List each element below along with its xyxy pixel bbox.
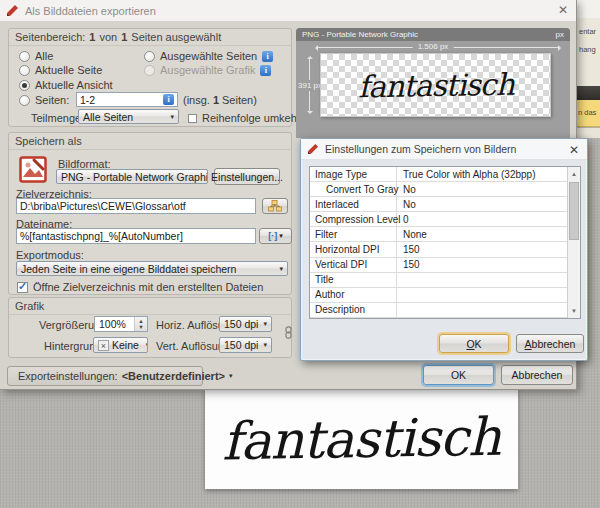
property-value: True Color with Alpha (32bpp) [397,167,580,181]
export-mode-dropdown[interactable]: Jeden Seite in eine eigene Bilddatei spe… [16,261,288,276]
export-mode-label: Exportmodus: [16,249,84,261]
table-row[interactable]: Image Type True Color with Alpha (32bpp) [310,167,580,182]
subset-dropdown[interactable]: Alle Seiten ▾ [78,109,179,124]
folder-tree-icon [268,200,282,212]
table-row[interactable]: Title [310,273,580,288]
h-res-dropdown[interactable]: 150 dpi ▾ [219,316,272,332]
property-name: Interlaced [310,197,397,211]
format-dropdown[interactable]: PNG - Portable Network Graphic ▾ [56,169,208,184]
v-res-value: 150 dpi [224,339,258,351]
table-row[interactable]: Description [310,303,580,318]
export-settings-control[interactable]: Exporteinstellungen: <Benutzerdefiniert>… [7,366,203,386]
target-dir-value: D:\briba\Pictures\CEWE\Glossar\otf [20,200,186,212]
checkmark-icon: ✓ [18,280,27,293]
pages-range-input[interactable]: 1-2 i [76,92,178,107]
info-icon[interactable]: i [163,94,174,105]
scroll-up-icon[interactable]: ▲ [568,168,580,180]
table-row[interactable]: Interlaced No [310,197,580,212]
close-icon[interactable]: ✕ [569,143,579,157]
format-settings-button[interactable]: Einstellungen... [214,168,280,185]
pages-total-label: (insg. 1 Seiten) [183,94,257,106]
radio-current-page[interactable] [19,65,30,76]
preview-pane: PNG - Portable Network Graphic px 1.506 … [296,28,570,138]
settings-ok-button[interactable]: OK [439,334,509,353]
background-text-fragment: n das [578,108,596,117]
table-scrollbar[interactable]: ▲ ▼ [567,167,580,318]
open-dir-checkbox[interactable]: ✓ [17,282,28,293]
chevron-down-icon: ▾ [142,341,148,349]
cancel-button[interactable]: Abbrechen [501,365,573,385]
table-row[interactable]: Author [310,288,580,303]
subset-label: Teilmenge: [31,112,84,124]
radio-all[interactable] [19,51,30,62]
table-row[interactable]: Filter None [310,227,580,242]
ok-rest: K [475,338,482,350]
browse-folder-button[interactable] [262,198,288,214]
graphic-group: Grafik Vergrößerung: 100% ▲ ▼ Horiz. Auf… [8,297,292,358]
radio-row-all[interactable]: Alle [19,50,53,62]
macro-insert-button[interactable]: [·] ▾ [259,228,292,244]
background-text-fragment: entar [579,27,596,36]
radio-row-current-page[interactable]: Aktuelle Seite [19,64,102,76]
info-icon[interactable]: i [262,51,273,62]
reverse-order-row[interactable]: Reihenfolge umkehren [188,112,313,124]
background-dropdown[interactable]: × Keine ▾ [93,337,148,353]
preview-format-label: PNG - Portable Network Graphic [302,30,418,39]
h-res-value: 150 dpi [224,318,258,330]
chevron-down-icon: ▾ [166,113,178,121]
property-value: 150 [397,242,580,256]
chain-link-icon[interactable] [285,326,292,339]
background-dark-bar [577,86,600,100]
scrollbar-thumb[interactable] [569,182,579,240]
close-icon[interactable]: ✕ [558,3,568,17]
target-dir-input[interactable]: D:\briba\Pictures\CEWE\Glossar\otf [16,198,256,214]
preview-image: fantastisch [320,53,551,117]
v-res-dropdown[interactable]: 150 dpi ▾ [219,337,272,353]
document-page: fantastisch [205,389,518,489]
zoom-value: 100% [99,318,126,330]
scroll-down-icon[interactable]: ▼ [568,305,580,317]
page-range-group: Seitenbereich: 1 von 1 Seiten ausgewählt… [8,28,292,127]
property-value: 0 [397,212,580,226]
table-row[interactable]: Vertical DPI 150 [310,258,580,273]
radio-selected-pages-label: Ausgewählte Seiten [160,50,257,62]
dialog-titlebar: Als Bilddateien exportieren ✕ [0,0,576,22]
radio-row-pages[interactable]: Seiten: [19,94,69,106]
radio-current-view-label: Aktuelle Ansicht [35,79,113,91]
radio-current-view[interactable] [19,80,30,91]
radio-pages[interactable] [19,95,30,106]
table-row[interactable]: Compression Level 0 [310,212,580,227]
cancel-mnemonic: A [525,338,532,350]
property-name: Compression Level [310,212,397,226]
background-value: Keine [112,339,139,351]
open-dir-row[interactable]: ✓ Öffne Zielverzeichnis mit den erstellt… [17,281,263,293]
zoom-spinner[interactable]: 100% ▲ ▼ [94,316,148,332]
property-name: Vertical DPI [310,258,397,272]
settings-cancel-button[interactable]: Abbrechen [516,334,584,353]
table-row[interactable]: Horizontal DPI 150 [310,242,580,257]
group-title: Seitenbereich: [15,31,85,43]
spin-down-icon: ▼ [138,324,143,330]
property-name: Title [310,273,397,287]
ok-button[interactable]: OK [423,365,494,385]
radio-row-current-view[interactable]: Aktuelle Ansicht [19,79,113,91]
cancel-rest: bbrechen [532,338,576,350]
info-icon[interactable]: i [260,65,271,76]
image-file-icon [19,156,47,183]
property-name: Convert To Gray [310,182,397,196]
property-table: Image Type True Color with Alpha (32bpp)… [309,166,581,319]
chevron-down-icon: ▾ [229,372,233,380]
radio-row-selected-pages[interactable]: Ausgewählte Seiten i [144,50,273,62]
spinner-arrows[interactable]: ▲ ▼ [134,317,147,331]
filename-input[interactable]: %[fantastischpng]_%[AutoNumber] [16,228,256,244]
table-row[interactable]: Convert To Gray No [310,182,580,197]
radio-selected-graphic-label: Ausgewählte Grafik [160,64,255,76]
graphic-header: Grafik [9,298,291,315]
preview-header: PNG - Portable Network Graphic px [296,28,570,41]
pages-range-value: 1-2 [80,94,95,106]
selected-count: 1 [89,31,95,43]
property-value: 150 [397,258,580,272]
reverse-order-checkbox[interactable] [188,114,197,123]
total-count: 1 [121,31,127,43]
radio-selected-pages[interactable] [144,51,155,62]
